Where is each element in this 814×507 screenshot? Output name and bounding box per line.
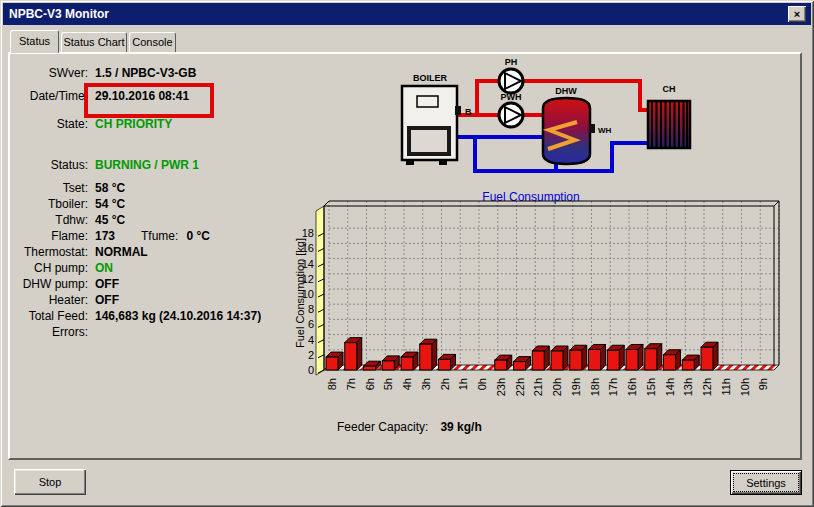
fuel-consumption-chart: 0246810121416188h7h6h5h4h3h2h1h0h23h22h2…: [294, 198, 800, 430]
row-tboiler: Tboiler:54 °C: [0, 197, 125, 213]
x-tick-label: 16h: [626, 378, 638, 396]
bar-front: [682, 360, 694, 370]
bar-side: [638, 344, 643, 370]
y-tick-label: 2: [308, 349, 314, 361]
field-label: Flame:: [0, 229, 95, 243]
bar-front: [532, 351, 544, 370]
field-value: ON: [95, 261, 113, 275]
tab-status[interactable]: Status: [10, 30, 59, 53]
bar-side: [357, 338, 362, 370]
bar-side: [657, 344, 662, 370]
field-label: Tboiler:: [0, 197, 95, 211]
bar-front: [626, 349, 638, 370]
bar-front: [345, 343, 357, 370]
tank-sensor-label: WH: [598, 126, 612, 135]
field-label: Tdhw:: [0, 213, 95, 227]
x-tick-label: 10h: [739, 378, 751, 396]
x-tick-label: 5h: [382, 378, 394, 390]
x-tick-label: 18h: [589, 378, 601, 396]
bar-front: [701, 347, 713, 370]
field-value: CH PRIORITY: [95, 117, 172, 131]
row-thermostat: Thermostat:NORMAL: [0, 245, 148, 261]
y-tick-label: 4: [308, 334, 314, 346]
boiler-sensor-icon: [455, 106, 461, 115]
field-label: Errors:: [0, 325, 95, 339]
field-value: 54 °C: [95, 197, 125, 211]
row-swver: SWver:1.5 / NPBC-V3-GB: [0, 66, 196, 82]
tab-status-chart[interactable]: Status Chart: [61, 32, 127, 53]
settings-button[interactable]: Settings: [730, 470, 802, 495]
app-window: NPBC-V3 Monitor × Status Status Chart Co…: [0, 0, 814, 507]
row-tdhw: Tdhw:45 °C: [0, 213, 125, 229]
feeder-capacity-label: Feeder Capacity:: [337, 420, 428, 434]
bar-front: [401, 357, 413, 370]
pump-pwh-label: PWH: [501, 92, 522, 102]
row-ch-pump: CH pump:ON: [0, 261, 113, 277]
x-tick-label: 19h: [570, 378, 582, 396]
x-tick-label: 9h: [757, 378, 769, 390]
boiler-display: [417, 96, 438, 107]
x-tick-label: 15h: [645, 378, 657, 396]
x-tick-label: 1h: [457, 378, 469, 390]
bar-front: [570, 350, 582, 370]
field-value: 1.5 / NPBC-V3-GB: [95, 66, 196, 80]
row-tset: Tset:58 °C: [0, 181, 125, 197]
y-tick-label: 0: [308, 364, 314, 376]
x-tick-label: 20h: [551, 378, 563, 396]
field-label: Heater:: [0, 293, 95, 307]
y-tick-label: 6: [308, 318, 314, 330]
field-value: OFF: [95, 277, 119, 291]
field-value: 45 °C: [95, 213, 125, 227]
field-label: Tset:: [0, 181, 95, 195]
feeder-capacity-value: 39 kg/h: [440, 420, 481, 434]
field-value: 58 °C: [95, 181, 125, 195]
close-icon: ×: [794, 8, 800, 20]
row-state: State:CH PRIORITY: [0, 117, 172, 133]
field-value: 146,683 kg (24.10.2016 14:37): [95, 309, 261, 323]
pump-ph-label: PH: [505, 57, 518, 67]
field-value-tfume: 0 °C: [186, 229, 209, 243]
field-label: SWver:: [0, 66, 95, 80]
chart-side-wall: [316, 206, 324, 375]
window-title: NPBC-V3 Monitor: [9, 7, 109, 21]
x-tick-label: 2h: [439, 378, 451, 390]
tab-label: Status Chart: [63, 36, 124, 48]
x-tick-label: 6h: [364, 378, 376, 390]
bar-front: [364, 366, 376, 370]
stop-button[interactable]: Stop: [14, 469, 86, 495]
x-tick-label: 12h: [701, 378, 713, 396]
bar-front: [607, 350, 619, 370]
x-tick-label: 3h: [420, 378, 432, 390]
x-tick-label: 14h: [664, 378, 676, 396]
row-dhw-pump: DHW pump:OFF: [0, 277, 119, 293]
field-value: NORMAL: [95, 245, 148, 259]
field-value: 173: [95, 229, 115, 243]
tab-console[interactable]: Console: [129, 32, 176, 53]
bar-front: [551, 351, 563, 370]
row-errors: Errors:: [0, 325, 95, 341]
boiler-label: BOILER: [413, 73, 448, 83]
tab-label: Status: [19, 35, 50, 47]
x-tick-label: 0h: [476, 378, 488, 390]
close-button[interactable]: ×: [788, 6, 806, 22]
y-tick-label: 18: [302, 227, 314, 239]
x-tick-label: 11h: [720, 378, 732, 396]
bar-front: [495, 360, 507, 370]
x-tick-label: 4h: [401, 378, 413, 390]
tank-label: DHW: [555, 86, 577, 96]
bar-front: [645, 349, 657, 370]
x-tick-label: 13h: [682, 378, 694, 396]
bar-front: [664, 355, 676, 370]
datetime-highlight-box: [84, 83, 214, 118]
field-label: State:: [0, 117, 95, 131]
row-flame: Flame:173Tfume:0 °C: [0, 229, 210, 245]
radiator-label: CH: [663, 84, 676, 94]
bar-front: [514, 362, 526, 370]
field-label: Status:: [0, 158, 95, 172]
title-bar[interactable]: NPBC-V3 Monitor ×: [3, 3, 811, 25]
bar-front: [589, 349, 601, 370]
field-label: CH pump:: [0, 261, 95, 275]
row-heater: Heater:OFF: [0, 293, 119, 309]
field-value: BURNING / PWR 1: [95, 158, 199, 172]
field-value: OFF: [95, 293, 119, 307]
